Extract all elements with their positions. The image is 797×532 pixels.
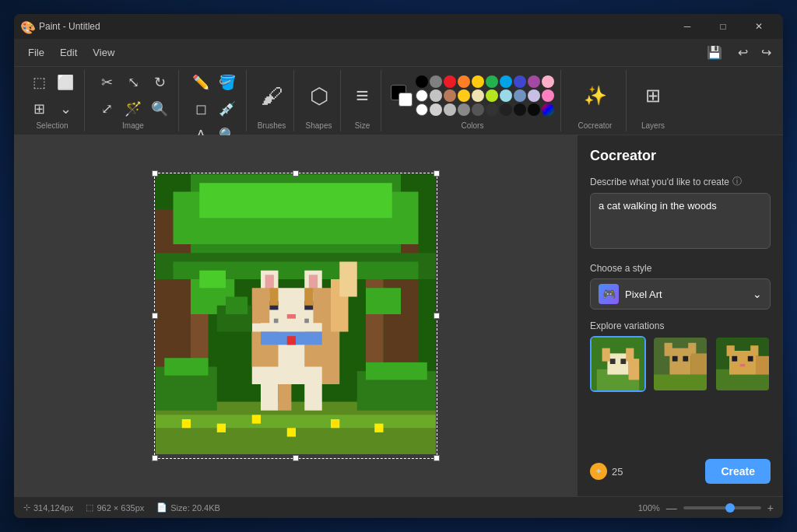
flip-button[interactable]: ⤢	[94, 96, 119, 121]
file-icon: 📄	[156, 502, 167, 513]
svg-rect-63	[669, 348, 690, 375]
swatch-lt-gray2[interactable]	[430, 103, 442, 116]
swatch-lt-blue[interactable]	[500, 89, 512, 102]
variation-2[interactable]	[652, 336, 708, 392]
zoom-fit-button[interactable]: 🔍	[147, 96, 172, 121]
swatch-brown[interactable]	[444, 89, 456, 102]
cocreator-ribbon-button[interactable]: ✨	[576, 80, 615, 111]
swatch-near-black[interactable]	[500, 103, 512, 116]
swatch-pink[interactable]	[542, 75, 554, 88]
ribbon-group-layers: ⊞ Layers	[630, 70, 676, 131]
size-button[interactable]: ≡	[351, 80, 373, 111]
canvas-area[interactable]	[14, 135, 577, 496]
crop-button[interactable]: ✂	[94, 70, 119, 95]
svg-rect-77	[756, 356, 769, 375]
freeform-select-button[interactable]: ⬜	[53, 70, 78, 95]
redo-button[interactable]: ↪	[755, 42, 777, 64]
swatch-near-black3[interactable]	[528, 103, 540, 116]
maximize-button[interactable]: □	[705, 14, 741, 39]
zoom-in-button[interactable]: +	[767, 502, 774, 514]
swatch-dkest-gray[interactable]	[486, 103, 498, 116]
bg-remove-button[interactable]: 🪄	[121, 96, 146, 121]
handle-bottom-middle[interactable]	[293, 455, 299, 461]
swatch-yellow[interactable]	[472, 75, 484, 88]
prompt-textarea[interactable]: a cat walking in the woods	[590, 193, 771, 249]
swatch-cream[interactable]	[472, 89, 484, 102]
variation-1[interactable]	[590, 336, 646, 392]
secondary-color-swatch[interactable]	[398, 93, 413, 107]
svg-rect-34	[251, 288, 269, 323]
variation-3[interactable]	[714, 336, 771, 392]
minimize-button[interactable]: ─	[669, 14, 705, 39]
swatch-white[interactable]	[416, 89, 428, 102]
dimensions-text: 962 × 635px	[97, 503, 144, 513]
swatch-lt-green[interactable]	[486, 89, 498, 102]
pencil-button[interactable]: ✏️	[188, 70, 213, 95]
svg-rect-75	[748, 356, 753, 362]
eyedropper-button[interactable]: 💉	[215, 96, 240, 121]
svg-rect-56	[602, 348, 610, 362]
swatch-black[interactable]	[416, 75, 428, 88]
swatch-steel-blue[interactable]	[514, 89, 526, 102]
ribbon-group-tools: ✏️ 🪣 ◻ 💉 A 🔍 Tools	[182, 70, 247, 131]
swatch-white2[interactable]	[416, 103, 428, 116]
zoom-out-button[interactable]: —	[666, 502, 677, 514]
swatch-lavender[interactable]	[528, 89, 540, 102]
rotate-button[interactable]: ↻	[147, 70, 172, 95]
rect-select-button[interactable]: ⬚	[26, 70, 51, 95]
pixel-art-canvas[interactable]	[156, 174, 436, 454]
handle-bottom-right[interactable]	[434, 455, 440, 461]
swatch-indigo[interactable]	[514, 75, 526, 88]
variations-grid	[590, 336, 771, 392]
svg-rect-37	[304, 288, 313, 306]
zoom-slider-thumb	[725, 503, 735, 513]
menu-view[interactable]: View	[85, 44, 122, 61]
color-picker-swatch[interactable]	[542, 103, 554, 116]
swatch-lt-pink[interactable]	[542, 89, 554, 102]
handle-bottom-left[interactable]	[152, 455, 158, 461]
brush-button[interactable]: 🖌	[256, 80, 287, 112]
svg-rect-60	[629, 359, 640, 380]
swatch-orange[interactable]	[458, 75, 470, 88]
swatch-red[interactable]	[444, 75, 456, 88]
size-icon: ≡	[356, 83, 368, 108]
shapes-button[interactable]: ⬡	[305, 80, 333, 112]
svg-rect-62	[654, 375, 707, 390]
swatch-gold[interactable]	[458, 89, 470, 102]
variations-section: Explore variations	[590, 320, 771, 392]
swatch-dk-gray[interactable]	[458, 103, 470, 116]
swatch-gray[interactable]	[430, 75, 442, 88]
select-dropdown-button[interactable]: ⌄	[53, 96, 78, 121]
ribbon-group-shapes: ⬡ Shapes	[297, 70, 341, 131]
swatch-green[interactable]	[486, 75, 498, 88]
layers-ribbon-button[interactable]: ⊞	[637, 80, 669, 111]
style-section: Choose a style 🎮 Pixel Art ⌄	[590, 263, 771, 310]
save-button[interactable]: 💾	[704, 42, 725, 64]
svg-rect-7	[199, 183, 392, 218]
layers-ribbon-label: Layers	[641, 121, 665, 131]
close-button[interactable]: ✕	[741, 14, 777, 39]
select-all-button[interactable]: ⊞	[26, 96, 51, 121]
fill-button[interactable]: 🪣	[215, 70, 240, 95]
menu-file[interactable]: File	[20, 44, 52, 61]
cocreator-sparkle-icon: ✨	[584, 85, 607, 107]
eraser-button[interactable]: ◻	[188, 96, 213, 121]
svg-rect-31	[286, 314, 295, 319]
swatch-dkr-gray[interactable]	[472, 103, 484, 116]
style-selector[interactable]: 🎮 Pixel Art ⌄	[590, 278, 771, 310]
image-dimensions: ⬚ 962 × 635px	[86, 502, 144, 513]
swatch-med-gray[interactable]	[444, 103, 456, 116]
swatch-near-black2[interactable]	[514, 103, 526, 116]
resize-button[interactable]: ⤡	[121, 70, 146, 95]
swatch-purple[interactable]	[528, 75, 540, 88]
undo-button[interactable]: ↩	[732, 42, 753, 64]
menu-edit[interactable]: Edit	[52, 44, 85, 61]
svg-rect-58	[610, 359, 616, 364]
create-button[interactable]: Create	[705, 459, 771, 484]
zoom-slider[interactable]	[683, 506, 761, 509]
swatch-lt-gray[interactable]	[430, 89, 442, 102]
main-content: Cocreator Describe what you'd like to cr…	[14, 135, 783, 496]
swatch-blue[interactable]	[500, 75, 512, 88]
svg-rect-74	[732, 356, 737, 362]
svg-rect-13	[181, 419, 190, 428]
